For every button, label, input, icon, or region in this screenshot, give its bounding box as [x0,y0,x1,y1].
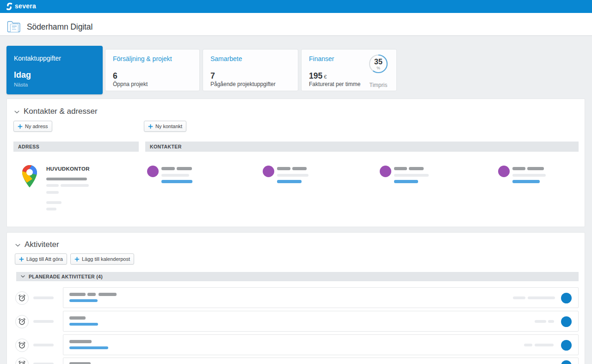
contact-link-skeleton [394,180,418,183]
activity-meta-skeleton [513,296,525,299]
address-skeleton-line [61,184,89,187]
contact-name-skeleton [512,167,525,170]
activity-time-skeleton [33,296,54,299]
card-label: Nästa [14,82,28,88]
activity-link-skeleton [69,299,98,302]
activity-link-skeleton [69,346,108,349]
alarm-clock-icon [18,318,26,326]
contact-detail-skeleton [394,174,429,177]
severa-logo[interactable]: severa [6,2,36,11]
activity-card[interactable] [63,334,579,355]
contact-avatar [498,166,510,177]
chevron-down-icon [14,111,19,114]
contacts-section-header[interactable]: Kontakter & adresser [14,107,98,116]
chevron-down-icon [21,275,25,278]
timpris-gauge: 35 % [369,54,388,74]
page-title: Söderhamn Digital [27,22,92,32]
activities-section-title: Aktiviteter [25,240,59,249]
card-label: Öppna projekt [113,81,148,88]
card-value: 195€ [309,72,327,80]
activity-card[interactable] [63,358,579,364]
gauge-value: 35 [369,58,388,66]
activity-card[interactable] [63,287,579,308]
planned-activities-group-header[interactable]: PLANERADE AKTIVITETER (4) [16,272,579,281]
contact-name-skeleton [527,167,544,170]
column-header-adress: ADRESS [13,142,139,152]
gauge-unit: % [369,66,388,70]
contact-name-skeleton [177,167,192,170]
activity-type-badge [15,291,29,305]
contacts-addresses-panel [6,99,585,227]
plus-icon [148,124,153,129]
summary-card-kontaktuppgifter[interactable]: Kontaktuppgifter Idag Nästa [6,46,103,94]
contact-link-skeleton [512,180,540,183]
card-label: Pågående projektuppgifter [210,81,276,88]
activity-meta-skeleton [524,344,532,346]
activity-meta-skeleton [535,344,554,346]
contact-name-skeleton [161,167,175,170]
currency-suffix: € [324,74,327,80]
activity-time-skeleton [33,320,54,323]
add-todo-button[interactable]: Lägg till Att göra [15,253,67,265]
card-title: Samarbete [210,55,242,62]
card-title: Finanser [309,55,334,62]
summary-card-forsaljning-projekt[interactable]: Försäljning & projekt 6 Öppna projekt [105,49,200,91]
new-contact-label: Ny kontankt [155,123,182,129]
add-calendar-entry-button[interactable]: Lägg till kalenderpost [70,253,134,265]
severa-logo-text: severa [15,2,36,10]
card-value: 6 [113,72,117,80]
planned-activities-label: PLANERADE AKTIVITETER (4) [29,274,103,279]
address-skeleton-line [46,178,87,180]
contact-detail-skeleton [161,174,189,177]
card-title: Försäljning & projekt [113,55,172,62]
assignee-avatar [561,293,572,303]
activity-card[interactable] [63,311,579,332]
activity-title-skeleton [99,293,117,296]
new-address-button[interactable]: Ny adress [13,121,52,132]
assignee-avatar [561,340,572,351]
new-contact-button[interactable]: Ny kontankt [144,121,186,132]
contact-detail-skeleton [512,174,546,177]
company-folder-icon [6,20,21,33]
address-skeleton-line [46,184,59,187]
activity-time-skeleton [33,344,54,346]
contact-detail-skeleton [277,174,308,177]
google-maps-pin-icon[interactable] [22,165,37,188]
assignee-avatar [561,316,572,327]
activity-type-badge [15,315,29,328]
card-title: Kontaktuppgifter [14,55,61,62]
alarm-clock-icon [18,360,26,364]
address-skeleton-line [46,208,56,210]
gauge-label: Timpris [361,82,396,88]
top-bar: severa [0,0,592,13]
new-address-label: Ny adress [25,123,48,129]
card-label: Fakturerat per timme [309,81,360,88]
activities-section-header[interactable]: Aktiviteter [15,240,59,249]
contact-avatar [147,166,159,177]
add-calendar-entry-label: Lägg till kalenderpost [82,256,130,262]
activity-title-skeleton [69,340,92,343]
contact-name-skeleton [292,167,307,170]
add-todo-label: Lägg till Att göra [26,256,63,262]
summary-card-finanser[interactable]: Finanser 195€ Fakturerat per timme 35 % … [301,49,397,91]
activity-title-skeleton [69,293,86,296]
address-skeleton-line [46,201,62,204]
address-name[interactable]: HUVUDKONTOR [46,166,90,172]
activity-title-skeleton [69,316,86,320]
page-header: Söderhamn Digital [0,13,592,36]
contact-name-skeleton [409,167,424,170]
card-value: Idag [14,71,31,80]
chevron-down-icon [15,244,20,247]
contact-link-skeleton [277,180,302,183]
alarm-clock-icon [18,341,26,349]
activity-meta-skeleton [528,296,555,299]
activity-title-skeleton [87,293,96,296]
card-value: 7 [210,72,215,80]
contact-avatar [263,166,274,177]
summary-card-samarbete[interactable]: Samarbete 7 Pågående projektuppgifter [203,49,298,91]
address-skeleton-line [46,191,59,194]
alarm-clock-icon [18,294,26,302]
activity-meta-skeleton [548,320,554,323]
activity-meta-skeleton [535,320,546,323]
contact-name-skeleton [277,167,290,170]
